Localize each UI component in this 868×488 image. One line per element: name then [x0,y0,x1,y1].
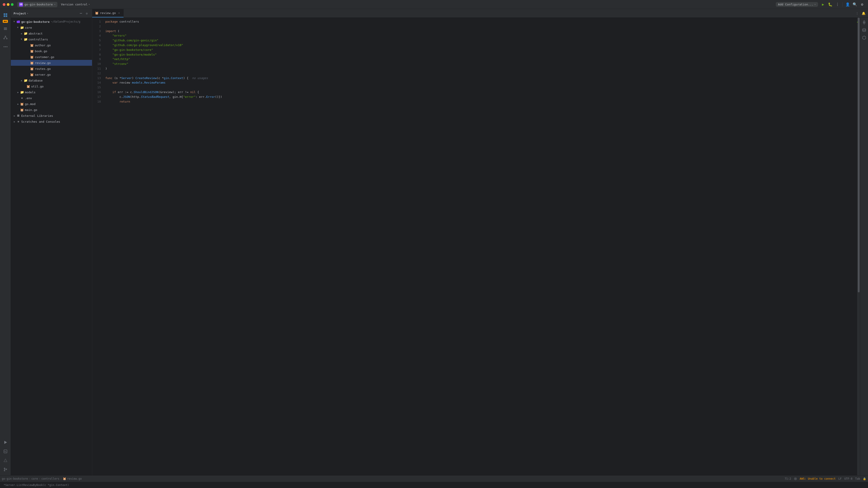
tab-close-button[interactable]: ✕ [117,11,121,15]
controllers-folder-icon: 📁 [24,37,28,41]
tree-item-customer-go[interactable]: ▶ 🐹 customer.go [11,54,92,60]
version-control-label: Version control [61,3,88,6]
structure-icon-button[interactable] [1,34,9,42]
version-control-button[interactable]: Version control ▾ [59,2,92,7]
line-num-9: 9 [92,57,101,62]
tab-icon: 🐹 [95,11,98,15]
close-button[interactable] [3,3,5,6]
line-num-5: 5 [92,38,101,43]
breadcrumb-core: core [31,477,38,480]
controllers-label: controllers [29,38,48,41]
aws-badge: aws [3,20,8,23]
run-panel-button[interactable] [1,438,9,447]
project-panel-button[interactable] [1,11,9,19]
code-line-14: var review models.ReviewParams [105,80,857,85]
svg-rect-20 [80,13,82,13]
aws-status[interactable]: AWS: Unable to connect [800,477,836,480]
svg-rect-2 [4,15,5,17]
tree-item-routes-go[interactable]: ▶ 🐹 routes.go [11,66,92,72]
notification-button[interactable]: 🔔 [861,11,866,16]
code-line-17: c.JSON(http.StatusBadRequest, gin.H{"err… [105,95,857,99]
encoding-indicator[interactable] [794,477,797,480]
svg-point-7 [5,36,6,37]
abstract-arrow: ▶ [20,32,24,35]
tree-item-main-go[interactable]: ▶ 🐹 main.go [11,107,92,113]
code-content[interactable]: package controllers import ( "errors" "g… [103,18,857,475]
tree-item-env[interactable]: ▶ ≡ .env [11,95,92,101]
minimize-button[interactable] [7,3,9,6]
debug-button[interactable]: 🐛 [827,1,833,8]
tree-item-models[interactable]: ▶ 📁 models [11,89,92,95]
maximize-button[interactable] [11,3,13,6]
add-configuration-button[interactable]: Add Configuration... ▾ [776,2,818,7]
tree-item-author-go[interactable]: ▶ 🐹 author.go [11,42,92,48]
layers-icon-button[interactable] [1,25,9,33]
project-selector[interactable]: GB go-gin-bookstore ▾ [17,2,57,7]
more-tools-button[interactable]: ••• [1,43,9,51]
gear-settings-button[interactable]: ⚙ [84,11,89,16]
editor-area: 🐹 review.go ✕ ⋮ 🔔 1 2 3 4 5 6 7 8 9 [92,9,868,475]
customer-go-label: customer.go [35,55,54,59]
problems-button[interactable]: ! [1,456,9,464]
settings-button[interactable]: ⚙ [859,1,865,8]
cursor-position[interactable]: 71:2 [784,477,791,480]
svg-point-17 [4,470,5,471]
line-num-7: 7 [92,48,101,53]
tree-item-external-libraries[interactable]: ▶ 🏛 External Libraries [11,113,92,119]
line-num-11: 11 [92,66,101,71]
code-line-4: "errors" [105,33,857,38]
svg-rect-4 [4,28,7,28]
tree-item-database[interactable]: ▶ 📁 database [11,77,92,84]
svg-point-8 [4,38,4,39]
tree-item-server-go[interactable]: ▶ 🐹 server.go [11,72,92,77]
tree-item-util-go[interactable]: ▶ 🐹 util.go [11,84,92,89]
search-button[interactable]: 🔍 [852,1,858,8]
root-arrow: ▶ [13,20,16,24]
code-editor[interactable]: 1 2 3 4 5 6 7 8 9 10 11 12 13 14 15 16 1… [92,18,868,475]
hex-plugin-button[interactable] [861,35,867,41]
add-config-label: Add Configuration... [778,3,813,6]
svg-line-10 [4,37,5,38]
svg-point-23 [863,29,866,30]
tree-item-controllers[interactable]: ▶ 📁 controllers [11,36,92,42]
indent-type[interactable]: Tab [855,477,860,480]
author-go-icon: 🐹 [30,43,34,47]
core-label: core [25,26,32,29]
code-line-5: "github.com/gin-gonic/gin" [105,38,857,43]
line-numbers: 1 2 3 4 5 6 7 8 9 10 11 12 13 14 15 16 1… [92,18,103,475]
run-button[interactable]: ▶ [820,1,826,8]
code-line-8: "go-gin-bookstore/models" [105,53,857,57]
more-actions-button[interactable]: ⋮ [834,1,841,8]
tree-item-book-go[interactable]: ▶ 🐹 book.go [11,48,92,54]
collapse-all-button[interactable] [79,11,84,16]
tree-item-review-go[interactable]: ▶ 🐹 review.go [11,60,92,66]
svg-point-16 [4,468,5,469]
controllers-arrow: ▶ [20,37,24,41]
editor-scrollbar[interactable]: ✓ [857,18,860,475]
root-label: go-gin-bookstore [21,20,50,24]
svg-rect-5 [4,29,7,29]
tree-item-abstract[interactable]: ▶ 📁 abstract [11,31,92,36]
env-icon: ≡ [20,96,24,100]
line-num-6: 6 [92,43,101,48]
tree-item-scratches[interactable]: ▶ ≡ Scratches and Consoles [11,119,92,125]
ai-assistant-button[interactable] [861,20,867,25]
scrollbar-thumb[interactable] [858,18,860,292]
tab-menu-button[interactable]: ⋮ [855,11,860,16]
svg-point-22 [864,22,865,23]
models-label: models [25,91,35,94]
file-tree: ▶ go-gin-bookstore ~/GolandProjects/g ▶ … [11,18,92,475]
encoding[interactable]: UTF-8 [844,477,852,480]
database-ai-button[interactable] [861,27,867,33]
tree-root-item[interactable]: ▶ go-gin-bookstore ~/GolandProjects/g [11,19,92,25]
line-ending[interactable]: LF [838,477,842,480]
tab-review-go[interactable]: 🐹 review.go ✕ [92,9,124,18]
abstract-label: abstract [29,32,43,35]
tree-item-core[interactable]: ▶ 📁 core [11,25,92,31]
terminal-button[interactable] [1,447,9,455]
read-only-icon[interactable]: 🔒 [863,477,866,480]
code-line-11: ) [105,66,857,71]
account-button[interactable]: 👤 [844,1,851,8]
tree-item-go-mod[interactable]: ▶ 🐹 go.mod [11,101,92,107]
git-panel-button[interactable] [1,465,9,474]
